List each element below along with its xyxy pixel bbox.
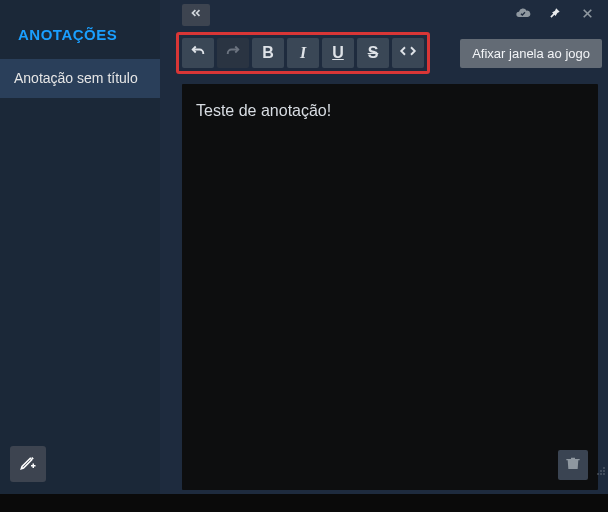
- svg-point-2: [600, 470, 602, 472]
- cloud-sync-button[interactable]: [514, 6, 532, 24]
- svg-point-0: [603, 467, 605, 469]
- topbar-right: [514, 6, 602, 24]
- underline-icon: U: [332, 44, 344, 62]
- note-list-item[interactable]: Anotação sem título: [0, 59, 160, 98]
- close-icon: [581, 6, 594, 24]
- app-frame: ANOTAÇÕES Anotação sem título: [0, 0, 608, 494]
- resize-grip[interactable]: [596, 462, 606, 472]
- sidebar-title: ANOTAÇÕES: [0, 0, 160, 59]
- collapse-sidebar-button[interactable]: [182, 4, 210, 26]
- note-editor[interactable]: Teste de anotação!: [182, 84, 598, 490]
- svg-point-3: [603, 473, 605, 475]
- delete-note-button[interactable]: [558, 450, 588, 480]
- pencil-plus-icon: [19, 453, 37, 476]
- note-content: Teste de anotação!: [196, 102, 331, 119]
- editor-container: Teste de anotação!: [160, 80, 608, 494]
- undo-button[interactable]: [182, 38, 214, 68]
- strike-icon: S: [368, 44, 379, 62]
- redo-icon: [224, 42, 242, 64]
- bottom-strip: [0, 494, 608, 512]
- pin-to-game-button[interactable]: Afixar janela ao jogo: [460, 39, 602, 68]
- toolbar-highlight-box: B I U S: [176, 32, 430, 74]
- close-button[interactable]: [578, 6, 596, 24]
- svg-point-5: [597, 473, 599, 475]
- svg-point-1: [603, 470, 605, 472]
- main-panel: B I U S Afixa: [160, 0, 608, 494]
- sidebar: ANOTAÇÕES Anotação sem título: [0, 0, 160, 494]
- code-button[interactable]: [392, 38, 424, 68]
- italic-icon: I: [300, 44, 306, 62]
- redo-button[interactable]: [217, 38, 249, 68]
- underline-button[interactable]: U: [322, 38, 354, 68]
- svg-point-4: [600, 473, 602, 475]
- undo-icon: [189, 42, 207, 64]
- bold-icon: B: [262, 44, 274, 62]
- toolbar: B I U S Afixa: [160, 30, 608, 80]
- note-list-item-label: Anotação sem título: [14, 70, 138, 86]
- code-icon: [399, 42, 417, 64]
- bold-button[interactable]: B: [252, 38, 284, 68]
- chevrons-left-icon: [189, 6, 203, 24]
- pin-icon: [548, 6, 562, 24]
- trash-icon: [565, 455, 581, 475]
- cloud-check-icon: [515, 5, 531, 25]
- topbar: [160, 0, 608, 30]
- pin-window-button[interactable]: [546, 6, 564, 24]
- add-note-button[interactable]: [10, 446, 46, 482]
- italic-button[interactable]: I: [287, 38, 319, 68]
- strike-button[interactable]: S: [357, 38, 389, 68]
